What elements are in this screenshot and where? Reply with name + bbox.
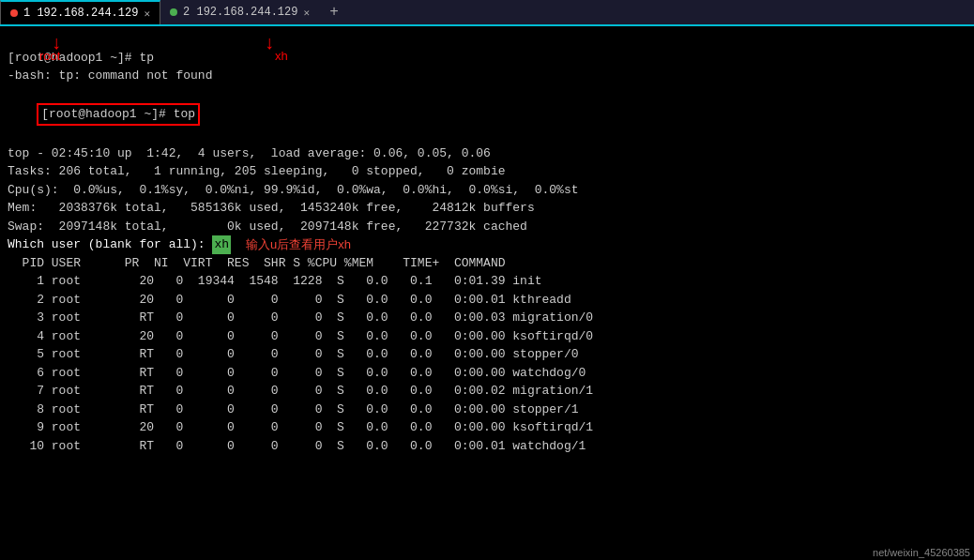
tab-1-close[interactable]: ✕ <box>144 8 150 20</box>
which-user-text: Which user (blank for all): <box>8 235 212 254</box>
cmd-tp-line: [root@hadoop1 ~]# tp <box>8 49 966 68</box>
column-headers: PID USER PR NI VIRT RES SHR S %CPU %MEM … <box>8 254 966 273</box>
tab-1[interactable]: 1 192.168.244.129 ✕ <box>0 0 160 24</box>
xh-annotation: xh <box>275 49 288 63</box>
empty-line-1 <box>8 30 966 49</box>
top-command-box: [root@hadoop1 ~]# top <box>37 103 200 126</box>
table-row: 2 root 20 0 0 0 0 S 0.0 0.0 0:00.01 kthr… <box>8 291 966 310</box>
table-row: 6 root RT 0 0 0 0 S 0.0 0.0 0:00.00 watc… <box>8 364 966 383</box>
tab-2[interactable]: 2 192.168.244.129 ✕ <box>160 0 319 24</box>
top-cpu-line: Cpu(s): 0.0%us, 0.1%sy, 0.0%ni, 99.9%id,… <box>8 181 966 200</box>
top-tasks-line: Tasks: 206 total, 1 running, 205 sleepin… <box>8 162 966 181</box>
new-tab-button[interactable]: + <box>323 1 345 23</box>
tab-bar: 1 192.168.244.129 ✕ 2 192.168.244.129 ✕ … <box>0 0 974 26</box>
tab-1-dot <box>10 9 18 17</box>
table-row: 4 root 20 0 0 0 0 S 0.0 0.0 0:00.00 ksof… <box>8 327 966 346</box>
table-row: 7 root RT 0 0 0 0 S 0.0 0.0 0:00.02 migr… <box>8 382 966 401</box>
process-table: 1 root 20 0 19344 1548 1228 S 0.0 0.1 0:… <box>8 272 966 455</box>
top-mem-line: Mem: 2038376k total, 585136k used, 14532… <box>8 199 966 218</box>
table-row: 3 root RT 0 0 0 0 S 0.0 0.0 0:00.03 migr… <box>8 309 966 327</box>
xh-typed-input: xh <box>212 235 231 254</box>
cmd-top-line: [root@hadoop1 ~]# top <box>8 85 966 144</box>
arrow-xh-icon: ↓ <box>265 32 274 53</box>
terminal: ↓ root ↓ xh [root@hadoop1 ~]# tp -bash: … <box>0 26 974 560</box>
tab-2-dot <box>170 8 177 16</box>
watermark: net/weixin_45260385 <box>873 547 970 558</box>
cmd-tp-error-line: -bash: tp: command not found <box>8 67 966 85</box>
which-user-line: Which user (blank for all): xh 输入u后查看用户x… <box>8 235 966 254</box>
tab-2-label: 2 192.168.244.129 <box>183 6 297 19</box>
root-annotation: root <box>39 49 60 63</box>
table-row: 1 root 20 0 19344 1548 1228 S 0.0 0.1 0:… <box>8 272 966 291</box>
table-row: 9 root 20 0 0 0 0 S 0.0 0.0 0:00.00 ksof… <box>8 418 966 437</box>
table-row: 5 root RT 0 0 0 0 S 0.0 0.0 0:00.00 stop… <box>8 345 966 364</box>
table-row: 10 root RT 0 0 0 0 S 0.0 0.0 0:00.01 wat… <box>8 437 966 456</box>
input-hint-annotation: 输入u后查看用户xh <box>246 235 351 254</box>
table-row: 8 root RT 0 0 0 0 S 0.0 0.0 0:00.00 stop… <box>8 401 966 419</box>
top-swap-line: Swap: 2097148k total, 0k used, 2097148k … <box>8 218 966 236</box>
tab-2-close[interactable]: ✕ <box>303 7 310 19</box>
tab-1-label: 1 192.168.244.129 <box>23 7 138 20</box>
top-time-line: top - 02:45:10 up 1:42, 4 users, load av… <box>8 144 966 163</box>
